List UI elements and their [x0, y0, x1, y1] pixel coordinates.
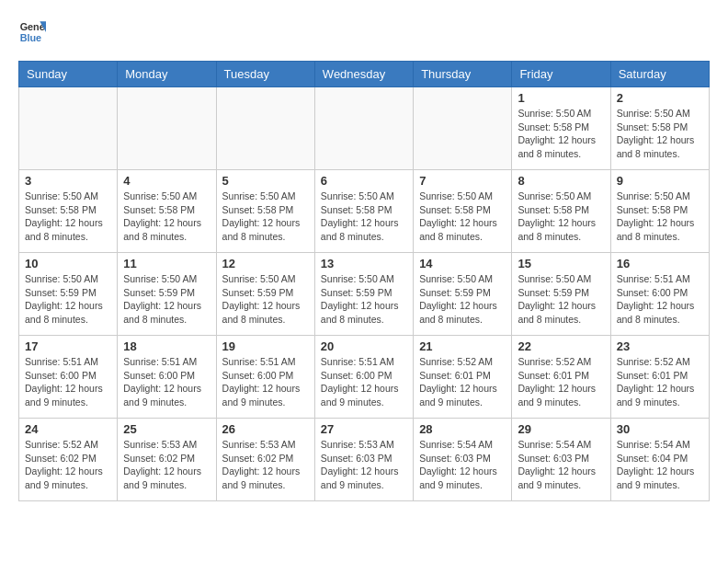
calendar-cell: 21Sunrise: 5:52 AM Sunset: 6:01 PM Dayli… [414, 336, 512, 419]
calendar-cell: 25Sunrise: 5:53 AM Sunset: 6:02 PM Dayli… [118, 419, 216, 501]
day-info: Sunrise: 5:50 AM Sunset: 5:58 PM Dayligh… [617, 190, 703, 244]
day-number: 16 [617, 257, 703, 270]
day-number: 29 [518, 422, 604, 436]
calendar-cell: 24Sunrise: 5:52 AM Sunset: 6:02 PM Dayli… [19, 419, 118, 501]
day-number: 28 [419, 422, 506, 436]
day-info: Sunrise: 5:53 AM Sunset: 6:02 PM Dayligh… [123, 438, 210, 492]
calendar-cell: 5Sunrise: 5:50 AM Sunset: 5:58 PM Daylig… [216, 170, 314, 253]
day-number: 2 [617, 91, 703, 105]
calendar-cell: 11Sunrise: 5:50 AM Sunset: 5:59 PM Dayli… [118, 253, 216, 336]
day-info: Sunrise: 5:50 AM Sunset: 5:59 PM Dayligh… [321, 272, 407, 327]
day-number: 24 [25, 422, 111, 436]
day-info: Sunrise: 5:50 AM Sunset: 5:58 PM Dayligh… [617, 107, 703, 161]
calendar-week-row: 3Sunrise: 5:50 AM Sunset: 5:58 PM Daylig… [19, 170, 710, 253]
day-info: Sunrise: 5:53 AM Sunset: 6:03 PM Dayligh… [321, 438, 407, 492]
calendar-cell: 8Sunrise: 5:50 AM Sunset: 5:58 PM Daylig… [512, 170, 610, 253]
day-number: 1 [518, 91, 604, 105]
day-number: 11 [123, 257, 210, 270]
page-header: General Blue [18, 18, 710, 46]
calendar-cell: 13Sunrise: 5:50 AM Sunset: 5:59 PM Dayli… [314, 253, 413, 336]
day-info: Sunrise: 5:51 AM Sunset: 6:00 PM Dayligh… [25, 355, 111, 409]
calendar-cell: 6Sunrise: 5:50 AM Sunset: 5:58 PM Daylig… [314, 170, 413, 253]
day-number: 8 [518, 174, 604, 188]
calendar-cell: 29Sunrise: 5:54 AM Sunset: 6:03 PM Dayli… [512, 419, 610, 501]
weekday-header: Tuesday [216, 62, 314, 87]
day-info: Sunrise: 5:51 AM Sunset: 6:00 PM Dayligh… [617, 272, 703, 327]
calendar-cell: 7Sunrise: 5:50 AM Sunset: 5:58 PM Daylig… [414, 170, 512, 253]
calendar-cell: 2Sunrise: 5:50 AM Sunset: 5:58 PM Daylig… [610, 87, 709, 170]
day-info: Sunrise: 5:52 AM Sunset: 6:01 PM Dayligh… [518, 355, 604, 409]
calendar-cell: 27Sunrise: 5:53 AM Sunset: 6:03 PM Dayli… [314, 419, 413, 501]
calendar-cell: 1Sunrise: 5:50 AM Sunset: 5:58 PM Daylig… [512, 87, 610, 170]
day-number: 4 [123, 174, 210, 188]
day-info: Sunrise: 5:50 AM Sunset: 5:59 PM Dayligh… [222, 272, 309, 327]
calendar-cell: 28Sunrise: 5:54 AM Sunset: 6:03 PM Dayli… [414, 419, 512, 501]
calendar-cell: 15Sunrise: 5:50 AM Sunset: 5:59 PM Dayli… [512, 253, 610, 336]
weekday-header: Friday [512, 62, 610, 87]
calendar-cell: 16Sunrise: 5:51 AM Sunset: 6:00 PM Dayli… [610, 253, 709, 336]
day-info: Sunrise: 5:50 AM Sunset: 5:58 PM Dayligh… [123, 190, 210, 244]
weekday-header: Wednesday [314, 62, 413, 87]
calendar-cell [19, 87, 118, 170]
day-info: Sunrise: 5:53 AM Sunset: 6:02 PM Dayligh… [222, 438, 309, 492]
calendar-week-row: 1Sunrise: 5:50 AM Sunset: 5:58 PM Daylig… [19, 87, 710, 170]
calendar-week-row: 24Sunrise: 5:52 AM Sunset: 6:02 PM Dayli… [19, 419, 710, 501]
weekday-header: Sunday [19, 62, 118, 87]
day-number: 25 [123, 422, 210, 436]
day-number: 21 [419, 339, 506, 353]
day-info: Sunrise: 5:50 AM Sunset: 5:58 PM Dayligh… [25, 190, 111, 244]
calendar-cell: 22Sunrise: 5:52 AM Sunset: 6:01 PM Dayli… [512, 336, 610, 419]
calendar-cell: 3Sunrise: 5:50 AM Sunset: 5:58 PM Daylig… [19, 170, 118, 253]
calendar-header-row: SundayMondayTuesdayWednesdayThursdayFrid… [19, 62, 710, 87]
day-info: Sunrise: 5:50 AM Sunset: 5:59 PM Dayligh… [518, 272, 604, 327]
weekday-header: Monday [118, 62, 216, 87]
calendar-cell: 30Sunrise: 5:54 AM Sunset: 6:04 PM Dayli… [610, 419, 709, 501]
day-number: 26 [222, 422, 309, 436]
day-number: 13 [321, 257, 407, 270]
logo-icon: General Blue [18, 18, 46, 46]
day-info: Sunrise: 5:50 AM Sunset: 5:59 PM Dayligh… [25, 272, 111, 327]
calendar-cell: 26Sunrise: 5:53 AM Sunset: 6:02 PM Dayli… [216, 419, 314, 501]
day-info: Sunrise: 5:51 AM Sunset: 6:00 PM Dayligh… [222, 355, 309, 409]
calendar-cell: 20Sunrise: 5:51 AM Sunset: 6:00 PM Dayli… [314, 336, 413, 419]
calendar-cell [414, 87, 512, 170]
day-info: Sunrise: 5:50 AM Sunset: 5:58 PM Dayligh… [419, 190, 506, 244]
day-info: Sunrise: 5:50 AM Sunset: 5:58 PM Dayligh… [321, 190, 407, 244]
day-number: 22 [518, 339, 604, 353]
calendar-cell: 19Sunrise: 5:51 AM Sunset: 6:00 PM Dayli… [216, 336, 314, 419]
day-number: 15 [518, 257, 604, 270]
day-info: Sunrise: 5:51 AM Sunset: 6:00 PM Dayligh… [321, 355, 407, 409]
logo: General Blue [18, 18, 50, 46]
day-number: 14 [419, 257, 506, 270]
day-info: Sunrise: 5:54 AM Sunset: 6:04 PM Dayligh… [617, 438, 703, 492]
calendar-cell: 18Sunrise: 5:51 AM Sunset: 6:00 PM Dayli… [118, 336, 216, 419]
day-info: Sunrise: 5:54 AM Sunset: 6:03 PM Dayligh… [419, 438, 506, 492]
calendar-cell: 9Sunrise: 5:50 AM Sunset: 5:58 PM Daylig… [610, 170, 709, 253]
weekday-header: Saturday [610, 62, 709, 87]
day-info: Sunrise: 5:50 AM Sunset: 5:58 PM Dayligh… [518, 107, 604, 161]
day-info: Sunrise: 5:50 AM Sunset: 5:59 PM Dayligh… [123, 272, 210, 327]
day-number: 27 [321, 422, 407, 436]
calendar-week-row: 17Sunrise: 5:51 AM Sunset: 6:00 PM Dayli… [19, 336, 710, 419]
day-number: 9 [617, 174, 703, 188]
day-info: Sunrise: 5:52 AM Sunset: 6:02 PM Dayligh… [25, 438, 111, 492]
day-number: 18 [123, 339, 210, 353]
day-number: 5 [222, 174, 309, 188]
calendar-cell [216, 87, 314, 170]
calendar-table: SundayMondayTuesdayWednesdayThursdayFrid… [18, 61, 710, 501]
day-number: 19 [222, 339, 309, 353]
calendar-cell: 12Sunrise: 5:50 AM Sunset: 5:59 PM Dayli… [216, 253, 314, 336]
calendar-cell: 14Sunrise: 5:50 AM Sunset: 5:59 PM Dayli… [414, 253, 512, 336]
day-number: 3 [25, 174, 111, 188]
day-number: 6 [321, 174, 407, 188]
day-number: 23 [617, 339, 703, 353]
weekday-header: Thursday [414, 62, 512, 87]
calendar-cell [118, 87, 216, 170]
day-number: 12 [222, 257, 309, 270]
day-number: 17 [25, 339, 111, 353]
calendar-cell: 10Sunrise: 5:50 AM Sunset: 5:59 PM Dayli… [19, 253, 118, 336]
day-number: 7 [419, 174, 506, 188]
day-number: 10 [25, 257, 111, 270]
day-info: Sunrise: 5:52 AM Sunset: 6:01 PM Dayligh… [419, 355, 506, 409]
day-number: 20 [321, 339, 407, 353]
